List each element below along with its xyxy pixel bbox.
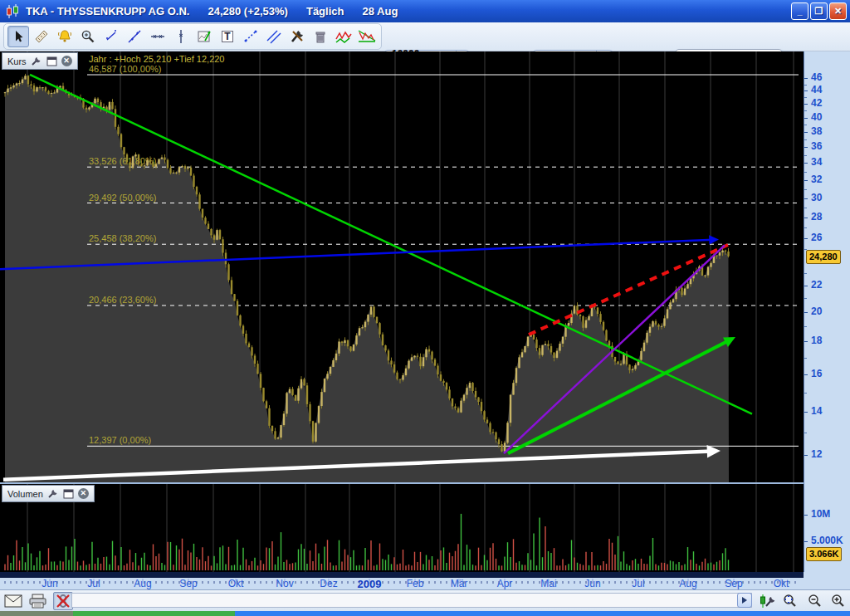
svg-text:46,587 (100,00%): 46,587 (100,00%) (89, 64, 161, 74)
price-axis-tick (804, 78, 808, 79)
price-axis-minor-tick (804, 139, 807, 140)
price-axis-tick (804, 238, 808, 239)
bottom-toolbar (0, 589, 850, 611)
price-axis-tick (804, 163, 808, 164)
window-title-symbol: TKA - THYSSENKRUPP AG O.N. (26, 5, 189, 17)
zoom-fit-icon[interactable] (780, 592, 800, 610)
taskbar-edge-segment (73, 611, 235, 616)
email-icon[interactable] (3, 592, 23, 610)
triangle-pattern-tool-button[interactable] (356, 26, 378, 47)
scroll-right-button[interactable] (737, 593, 752, 608)
time-axis-label: Nov (276, 578, 293, 589)
price-axis-tick (804, 118, 808, 119)
price-axis-tick (804, 312, 808, 313)
price-pane[interactable]: 46,587 (100,00%)33,526 (61,80%)29,492 (5… (0, 51, 804, 482)
time-axis-label: Jun (584, 578, 600, 589)
pane-settings-icon[interactable] (31, 56, 42, 66)
window-title-date: 28 Aug (362, 5, 398, 17)
delete-tool-button[interactable] (310, 26, 331, 47)
time-axis-label: Jul (632, 578, 644, 589)
svg-text:T: T (224, 31, 231, 42)
price-axis-tick (804, 147, 808, 148)
pane-window-icon[interactable] (63, 489, 74, 499)
time-axis-label: Mai (540, 578, 556, 589)
trendline-tool-button[interactable] (124, 26, 145, 47)
price-axis[interactable]: 464442403836343230282622201816141210M5.0… (804, 51, 850, 572)
close-button[interactable]: ✕ (829, 2, 847, 20)
dotted-segment-tool-button[interactable] (240, 26, 261, 47)
main-toolbar: T 10000 Einheiten ▼ Täglich ▼ Indikator … (0, 22, 850, 51)
candlestick-app-icon (4, 4, 21, 19)
alarm-tool-button[interactable] (54, 26, 76, 47)
price-axis-minor-tick (804, 208, 807, 208)
price-axis-minor-tick (804, 97, 807, 98)
price-axis-minor-tick (804, 110, 807, 111)
time-axis-label: Jun (42, 578, 57, 589)
price-axis-minor-tick (804, 227, 807, 228)
price-axis-label: 40 (811, 111, 822, 123)
zoom-tool-button[interactable] (77, 26, 99, 47)
price-axis-label: 36 (811, 140, 822, 152)
drawing-tools-group: T (3, 23, 382, 50)
price-axis-minor-tick (804, 393, 807, 394)
time-axis-label: Sep (179, 578, 197, 589)
chart-settings-icon[interactable] (757, 592, 777, 610)
pane-settings-icon[interactable] (47, 488, 59, 499)
time-axis-label: Apr (497, 578, 513, 589)
restore-button[interactable]: ❐ (810, 2, 828, 20)
horizontal-line-tool-button[interactable] (147, 26, 169, 47)
price-axis-label: 18 (811, 335, 822, 346)
ruler-tool-button[interactable] (31, 26, 52, 47)
last-price-marker: 24,280 (806, 250, 841, 264)
price-axis-label: 42 (811, 97, 822, 109)
time-axis-label: Okt (774, 578, 789, 589)
time-axis-label: Sep (725, 578, 742, 589)
price-chart-canvas[interactable]: 46,587 (100,00%)33,526 (61,80%)29,492 (5… (0, 51, 804, 482)
chart-scrollbar[interactable] (71, 593, 752, 608)
price-axis-label: 26 (811, 232, 822, 243)
price-axis-tick (804, 218, 808, 218)
time-axis-label: Aug (134, 578, 151, 589)
text-tool-button[interactable]: T (217, 26, 238, 47)
price-axis-minor-tick (804, 326, 807, 327)
svg-text:29,492 (50,00%): 29,492 (50,00%) (89, 193, 156, 203)
cursor-tool-button[interactable] (7, 26, 29, 47)
volume-pane-title: Volumen (7, 489, 43, 499)
price-axis-tick (804, 286, 808, 286)
volume-pane[interactable]: Volumen ✕ (0, 484, 804, 572)
object-settings-tool-button[interactable] (286, 26, 308, 47)
price-axis-tick (804, 90, 808, 91)
volume-axis-label: 5.000K (811, 535, 843, 546)
window-title-period: Täglich (306, 5, 344, 17)
pane-close-icon[interactable]: ✕ (78, 488, 89, 499)
year-range-info: Jahr : +Hoch 25,210 +Tief 12,220 (89, 54, 224, 64)
pane-close-icon[interactable]: ✕ (61, 56, 72, 66)
pane-window-icon[interactable] (46, 56, 57, 66)
volume-axis-label: 10M (811, 508, 830, 520)
price-axis-label: 16 (811, 368, 822, 379)
indicator-tool-button[interactable] (193, 26, 215, 47)
volume-pane-tab: Volumen ✕ (2, 485, 95, 502)
price-axis-label: 20 (811, 306, 822, 317)
minimize-button[interactable]: _ (791, 2, 808, 20)
segment-tool-button[interactable] (100, 26, 122, 47)
price-axis-minor-tick (804, 85, 807, 86)
zoom-out-icon[interactable] (805, 592, 825, 610)
price-pane-title: Kurs (7, 56, 27, 66)
title-bar[interactable]: TKA - THYSSENKRUPP AG O.N. 24,280 (+2,53… (0, 0, 850, 22)
price-axis-tick (804, 412, 808, 413)
realtime-disconnected-icon[interactable] (53, 592, 73, 610)
print-icon[interactable] (28, 592, 48, 610)
zoom-in-icon[interactable] (828, 592, 848, 610)
price-axis-tick (804, 374, 808, 375)
window-title-quote: 24,280 (+2,53%) (208, 5, 288, 17)
price-axis-label: 30 (811, 192, 822, 203)
last-volume-marker: 3.066K (806, 547, 842, 561)
application-window: TKA - THYSSENKRUPP AG O.N. 24,280 (+2,53… (0, 0, 850, 616)
svg-text:25,458 (38,20%): 25,458 (38,20%) (89, 233, 156, 243)
time-axis-label: Jul (87, 578, 100, 589)
zigzag-pattern-tool-button[interactable] (333, 26, 354, 47)
parallel-lines-tool-button[interactable] (263, 26, 285, 47)
volume-chart-canvas[interactable] (0, 484, 804, 572)
vertical-line-tool-button[interactable] (170, 26, 192, 47)
